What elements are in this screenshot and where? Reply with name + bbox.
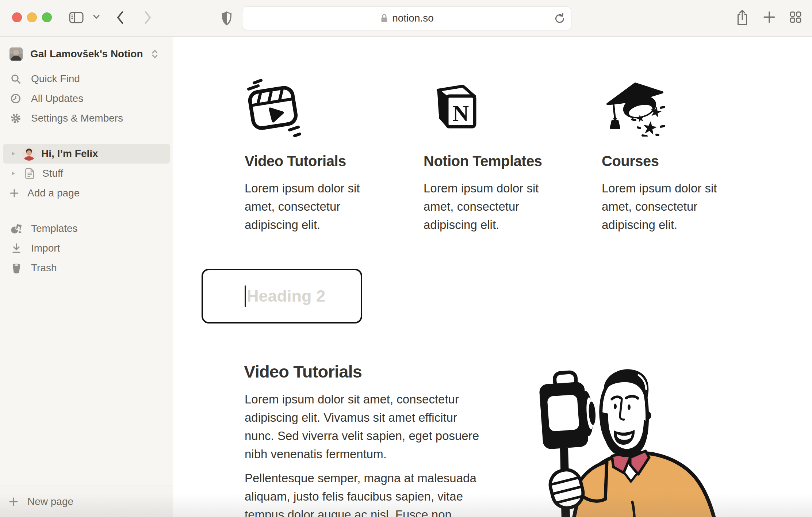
new-tab-icon [763,11,775,23]
section-title: Video Tutorials [244,361,362,382]
chevron-down-icon [93,14,100,20]
sidebar-toggle-button[interactable] [69,11,84,24]
trash-icon [10,262,23,274]
sidebar-item-label: Trash [31,262,57,274]
share-icon [736,9,748,27]
page-icon [24,168,35,179]
plus-icon [8,497,19,507]
sidebar-add-a-page[interactable]: Add a page [3,183,170,203]
refresh-button[interactable] [554,12,565,24]
disclosure-triangle-icon[interactable] [11,151,16,157]
search-icon [10,73,21,84]
sidebar-item-import[interactable]: Import [0,238,173,258]
tab-overview-icon [789,11,802,23]
privacy-shield-icon [221,11,232,26]
disclosure-triangle-icon[interactable] [11,171,16,176]
zoom-window-button[interactable] [42,12,52,22]
sidebar-page-label: Stuff [42,168,63,179]
sidebar-item-label: Add a page [27,187,80,199]
chevron-up-down-icon [151,49,159,60]
gear-icon [10,113,21,124]
sidebar-page-stuff[interactable]: Stuff [3,164,170,183]
sidebar: Gal Lamovšek's Notion Quick Find All Upd… [0,37,173,517]
new-tab-button[interactable] [763,11,775,23]
lock-icon [380,13,388,24]
forward-icon [143,10,153,25]
card-body: Lorem ipsum dolor sit amet, consectetur … [602,179,717,234]
plus-icon [9,188,19,198]
workspace-switcher[interactable]: Gal Lamovšek's Notion [3,44,170,64]
card-body: Lorem ipsum dolor sit amet, consectetur … [245,179,360,234]
tab-overview-button[interactable] [789,11,802,23]
sidebar-item-label: Settings & Members [31,112,123,124]
browser-toolbar: notion.so [0,0,812,37]
svg-text:N: N [453,101,469,126]
card-body: Lorem ipsum dolor sit amet, consectetur … [424,179,539,234]
forward-button[interactable] [143,10,153,25]
sidebar-toggle-icon [69,11,84,24]
text-caret [245,286,246,307]
sidebar-page-label: Hi, I’m Felix [41,148,98,160]
sidebar-item-label: Quick Find [31,73,80,85]
card-title-courses: Courses [602,153,659,169]
sidebar-item-quick-find[interactable]: Quick Find [0,69,173,89]
refresh-icon [554,12,565,24]
url-field[interactable]: notion.so [242,6,571,30]
back-button[interactable] [115,10,125,25]
section-paragraph-2: Pellentesque semper, magna at malesuada … [245,469,476,517]
felix-avatar [22,147,36,161]
sidebar-item-label: Import [31,242,60,254]
heading-placeholder: Heading 2 [247,287,325,306]
sidebar-item-all-updates[interactable]: All Updates [0,89,173,108]
sidebar-item-settings-members[interactable]: Settings & Members [0,108,173,128]
close-window-button[interactable] [12,12,22,22]
sidebar-item-label: Templates [31,223,78,234]
notion-cube-icon: N [426,78,481,133]
back-icon [115,10,125,25]
man-with-selfie-stick-illustration [537,360,727,517]
section-paragraph-1: Lorem ipsum dolor sit amet, consectetur … [245,390,479,463]
workspace-avatar [9,47,23,61]
sidebar-item-label: All Updates [31,93,83,104]
sidebar-item-templates[interactable]: Templates [0,219,173,238]
toolbar-chevron-button[interactable] [93,14,100,20]
clock-icon [10,93,21,104]
privacy-report-button[interactable] [221,11,232,26]
import-icon [10,242,23,254]
video-clapper-icon [242,76,306,139]
minimize-window-button[interactable] [27,12,37,22]
url-text: notion.so [392,12,434,24]
sidebar-page-hi-im-felix[interactable]: Hi, I’m Felix [3,144,170,164]
window-controls [12,12,52,22]
sidebar-item-trash[interactable]: Trash [0,258,173,278]
card-title-notion-templates: Notion Templates [424,153,542,169]
card-title-video-tutorials: Video Tutorials [245,153,346,169]
new-page-label: New page [27,496,73,508]
heading-input-block[interactable]: Heading 2 [202,269,362,323]
share-button[interactable] [736,9,748,27]
new-page-button[interactable]: New page [0,486,173,517]
toolbar-divider [89,12,89,25]
page-content: Video Tutorials Lorem ipsum dolor sit am… [173,37,812,517]
templates-icon [10,222,23,235]
graduation-cap-icon [602,73,666,137]
notion-browser-window: { "browser": { "url_text": "notion.so", … [0,0,812,517]
workspace-name: Gal Lamovšek's Notion [30,48,143,60]
